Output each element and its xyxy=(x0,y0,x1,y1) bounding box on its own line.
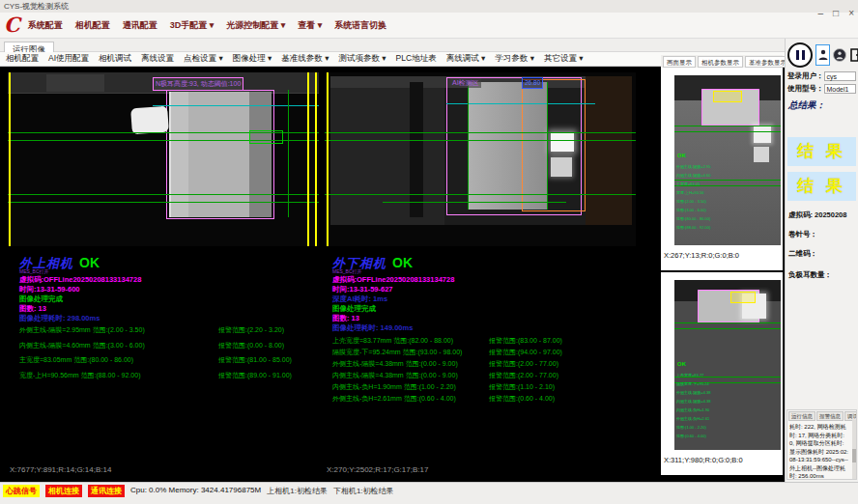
overlay-line xyxy=(288,90,289,217)
menu-item[interactable]: 系统语言切换 xyxy=(334,19,386,32)
roi-yellow-box xyxy=(730,292,756,303)
logout-button[interactable] xyxy=(849,44,858,66)
toolbar-item[interactable]: AI使用配置 xyxy=(48,53,89,65)
process-done: 图像处理完成 xyxy=(19,294,63,304)
menu-item[interactable]: 3D手配置 ▾ xyxy=(170,19,214,32)
mini-line: 范围:(2.00 - 3.50) xyxy=(676,197,710,206)
menu-item[interactable]: 光源控制配置 ▾ xyxy=(226,19,285,32)
minimize-icon[interactable]: – xyxy=(818,8,824,18)
camera-connect-badge: 相机连接 xyxy=(45,485,82,497)
model-input[interactable]: Model1 xyxy=(824,84,857,94)
mini-line: 主宽度=83.05 xyxy=(676,180,710,188)
alarm-range: 报警范围:(0.00 - 8.00) xyxy=(218,341,284,350)
left-measurement-list: 外侧主线-隔膜=2.95mm 范围:(2.00 - 3.50) 报警范围:(2.… xyxy=(19,325,317,385)
measurement-value: 外侧主线-隔膜=4.38mm 范围:(0.00 - 9.00) xyxy=(332,360,458,367)
side-tab[interactable]: 基准参数显示 xyxy=(745,56,790,68)
mini-line: 宽度-上H=90.56 xyxy=(676,188,710,197)
machinery-block xyxy=(46,74,104,92)
close-icon[interactable]: × xyxy=(848,8,854,18)
calib-line xyxy=(9,72,11,246)
mini-line: 外侧主线-隔膜=2.95 xyxy=(676,162,710,171)
cell-dark-edge xyxy=(249,92,272,217)
log-tab[interactable]: 报警信息 xyxy=(816,411,844,421)
mini-line: 内侧主线-负H=1.90 xyxy=(676,406,710,414)
toolbar-item[interactable]: 图像处理 ▾ xyxy=(233,53,272,65)
tab-count-label: 负极耳数量： xyxy=(788,270,832,280)
log-area[interactable]: 运行信息报警信息调试信息 耗时: 222, 网络检测耗时: 17, 网络分类耗时… xyxy=(786,409,857,480)
alarm-range: 报警范围:(1.10 - 2.10) xyxy=(489,382,555,392)
process-done: 图像处理完成 xyxy=(332,304,376,314)
log-tabs: 运行信息报警信息调试信息 xyxy=(787,410,856,422)
center-camera-panel[interactable]: AI检测区 26.80 外下相机OK MES_BC打开 虚拟码:OFFLine2… xyxy=(325,72,636,476)
log-tab[interactable]: 运行信息 xyxy=(788,411,815,421)
overlay-line-cyan xyxy=(446,103,595,104)
toolbar-item[interactable]: 离线设置 xyxy=(141,53,174,65)
virtual-code: 虚拟码:OFFLine20250208133134728 xyxy=(332,275,454,285)
total-result-label: 总结果： xyxy=(788,99,858,112)
login-input[interactable]: cys xyxy=(824,71,857,81)
window-title: CYS-视觉检测系统 xyxy=(4,2,69,11)
side-view-2[interactable]: OK 上壳宽度=83.77隔膜宽度-下=95.24外侧主线-隔膜=4.38内侧主… xyxy=(661,272,783,475)
bright-spot xyxy=(551,157,572,177)
pause-button[interactable] xyxy=(787,42,813,68)
menu-item[interactable]: 查看 ▾ xyxy=(298,19,322,32)
toolbar-item[interactable]: 离线调试 ▾ xyxy=(446,53,486,65)
mini-line: 外侧主线-负H=2.61 xyxy=(676,414,710,423)
menu-item[interactable]: 相机配置 xyxy=(75,19,110,32)
result-box-1: 结 果 xyxy=(787,137,856,166)
overlay-line xyxy=(8,194,319,195)
measurement-row: 外侧主线-负H=2.61mm 范围:(0.60 - 4.00) 报警范围:(0.… xyxy=(332,394,634,406)
alarm-range: 报警范围:(81.00 - 85.00) xyxy=(218,355,292,365)
toolbar-item[interactable]: 基准线参数 ▾ xyxy=(281,53,329,65)
menu-item[interactable]: 系统配置 xyxy=(28,19,63,32)
process-elapsed: 图像处理耗时: 298.00ms xyxy=(19,314,100,323)
measurement-row: 内侧主线-隔膜=4.38mm 范围:(0.00 - 9.00) 报警范围:(2.… xyxy=(332,371,634,382)
toolbar-item[interactable]: PLC地址表 xyxy=(396,53,437,65)
process-elapsed: 图像处理耗时: 149.00ms xyxy=(332,323,413,333)
maximize-icon[interactable]: □ xyxy=(833,8,839,18)
mini-line: 内侧主线-隔膜=4.60 xyxy=(676,171,710,180)
toolbar-item[interactable]: 其它设置 ▾ xyxy=(544,53,584,65)
side-tab[interactable]: 相机参数显示 xyxy=(698,56,743,68)
alarm-range: 报警范围:(2.00 - 77.00) xyxy=(489,359,558,369)
overlay-line xyxy=(674,322,781,323)
overlay-line xyxy=(468,82,469,210)
frame-count: 图数: 13 xyxy=(332,314,359,323)
alarm-range: 报警范围:(94.00 - 97.00) xyxy=(489,348,562,357)
toolbar-item[interactable]: 学习参数 ▾ xyxy=(495,53,534,65)
measurement-value: 上壳宽度=83.77mm 范围:(82.00 - 88.00) xyxy=(332,337,453,344)
measurement-value: 主宽度=83.05mm 范围:(80.00 - 86.00) xyxy=(19,356,133,363)
upper-camera-result: 上相机1:初检结果 xyxy=(267,485,328,496)
menu-item[interactable]: 通讯配置 xyxy=(123,19,157,32)
overlay-line xyxy=(383,202,566,203)
center-camera-image[interactable]: AI检测区 26.80 xyxy=(325,72,636,246)
bright-spot xyxy=(551,132,574,152)
user-dark-button[interactable] xyxy=(833,48,846,62)
title-bar: CYS-视觉检测系统 xyxy=(0,0,858,13)
user-icon xyxy=(836,51,844,60)
toolbar-item[interactable]: 相机配置 xyxy=(6,53,39,65)
left-camera-image[interactable]: N极耳高度:93, 动态阈值:100 xyxy=(8,72,319,246)
mini-result-lines: 外侧主线-隔膜=2.95内侧主线-隔膜=4.60主宽度=83.05宽度-上H=9… xyxy=(676,162,710,232)
left-camera-panel[interactable]: N极耳高度:93, 动态阈值:100 外上相机OK MES_BC打开 虚拟码:O… xyxy=(8,72,319,476)
side-tab[interactable]: 画面显示 xyxy=(663,56,696,68)
model-label: 使用型号： xyxy=(787,84,824,94)
log-scrollbar-thumb[interactable] xyxy=(852,449,856,462)
side-view-1-status: X:267;Y:13;R:0;G:0;B:0 xyxy=(664,251,739,260)
toolbar-item[interactable]: 点检设置 ▾ xyxy=(184,53,223,65)
overlay-line-cyan xyxy=(153,105,319,106)
overlay-line xyxy=(547,82,548,210)
login-label: 登录用户： xyxy=(787,71,824,81)
side-view-1[interactable]: OK 外侧主线-隔膜=2.95内侧主线-隔膜=4.60主宽度=83.05宽度-上… xyxy=(661,68,783,270)
user-login-button[interactable] xyxy=(815,44,830,66)
bright-spot xyxy=(754,147,769,162)
side-view-1-image[interactable]: OK 外侧主线-隔膜=2.95内侧主线-隔膜=4.60主宽度=83.05宽度-上… xyxy=(674,75,781,245)
measurement-row: 主宽度=83.05mm 范围:(80.00 - 86.00) 报警范围:(81.… xyxy=(19,355,317,371)
toolbar-item[interactable]: 测试项参数 ▾ xyxy=(338,53,386,65)
side-view-2-image[interactable]: OK 上壳宽度=83.77隔膜宽度-下=95.24外侧主线-隔膜=4.38内侧主… xyxy=(674,280,781,450)
log-scrollbar[interactable] xyxy=(852,420,856,480)
alarm-range: 报警范围:(83.00 - 87.00) xyxy=(489,336,562,346)
log-text: 耗时: 222, 网络检测耗时: 17, 网络分类耗时: 0, 网络提取分区耗时… xyxy=(787,422,856,480)
machinery-right xyxy=(586,76,632,225)
toolbar-item[interactable]: 相机调试 xyxy=(99,53,131,65)
